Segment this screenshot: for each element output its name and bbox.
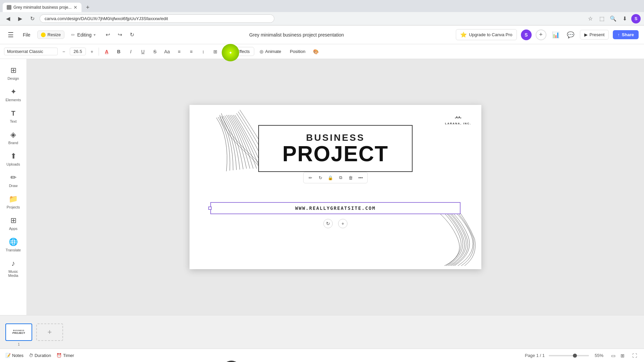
text-color-button[interactable]: A (102, 47, 112, 57)
slide-panel: BUSINESS PROJECT 1 + (0, 315, 644, 349)
slide-rotate-button[interactable]: ↻ (316, 174, 324, 182)
slide-url-bar[interactable]: WWW.REALLYGREATSITE.COM (210, 202, 461, 214)
canvas-area: ꕀ LARANA, INC. BUSINESS PROJECT ✏ ↻ 🔒 ⧉ … (27, 59, 644, 315)
sidebar-item-projects[interactable]: 📁 Projects (2, 192, 25, 212)
browser-addressbar: ◀ ▶ ↻ canva.com/design/DAGUXr7jhM0/qfwxo… (0, 12, 644, 25)
refresh-changes-button[interactable]: ↻ (126, 29, 137, 40)
design-label: Design (7, 76, 19, 80)
zoom-slider[interactable] (549, 355, 589, 356)
slide-lock-button[interactable]: 🔒 (326, 174, 334, 182)
format-toolbar: Montserrat Classic − 26.5 + A B I U S Aa… (0, 44, 644, 59)
zoom-in-button[interactable]: 🔍 (608, 14, 618, 23)
editing-chevron: ▾ (94, 33, 96, 37)
fullscreen-button[interactable]: ⛶ (631, 352, 639, 360)
more-options-button[interactable]: 🎨 (311, 47, 321, 57)
download-button[interactable]: ⬇ (620, 14, 629, 23)
document-title: Grey minimalist business project present… (141, 32, 452, 38)
slide-thumbnail-1[interactable]: BUSINESS PROJECT (5, 323, 32, 341)
refresh-button[interactable]: ↻ (28, 14, 37, 23)
comments-button[interactable]: 💬 (565, 29, 576, 40)
italic-button[interactable]: I (126, 47, 136, 57)
editing-label: Editing (77, 32, 92, 38)
slide-more-button[interactable]: ••• (357, 174, 365, 182)
font-family-selector[interactable]: Montserrat Classic (4, 48, 58, 55)
upgrade-button[interactable]: ⭐ Upgrade to Canva Pro (456, 29, 517, 40)
strikethrough-button[interactable]: S (150, 47, 160, 57)
notes-button[interactable]: 📝 Notes (5, 353, 23, 358)
underline-button[interactable]: U (138, 47, 148, 57)
animate-button[interactable]: ◎ Animate (256, 47, 285, 56)
canvas-slide[interactable]: ꕀ LARANA, INC. BUSINESS PROJECT ✏ ↻ 🔒 ⧉ … (190, 105, 481, 269)
sidebar-item-translate[interactable]: 🌐 Translate (2, 235, 25, 255)
app-container: ☰ File Resize ✏ Editing ▾ ↩ ↪ ↻ Grey min… (0, 25, 644, 362)
undo-button[interactable]: ↩ (102, 29, 113, 40)
page-indicator: Page 1 / 1 (525, 353, 545, 358)
slide-rotate-ctrl[interactable]: ↻ (323, 219, 333, 228)
hamburger-menu-button[interactable]: ☰ (5, 29, 16, 40)
bullets-button[interactable]: ≡ (186, 47, 196, 57)
slide-thumb-inner: BUSINESS PROJECT (12, 329, 25, 335)
redo-button[interactable]: ↪ (114, 29, 125, 40)
share-button[interactable]: ↑ Share (613, 30, 639, 39)
new-tab-button[interactable]: + (83, 3, 92, 12)
slide-add-ctrl[interactable]: + (338, 219, 347, 228)
browser-profile-button[interactable]: S (631, 14, 641, 23)
sidebar-item-uploads[interactable]: ⬆ Uploads (2, 149, 25, 169)
position-button[interactable]: Position (286, 47, 309, 56)
slide-url-text[interactable]: WWW.REALLYGREATSITE.COM (210, 202, 461, 214)
font-size-decrease-button[interactable]: − (60, 48, 68, 56)
grid-button[interactable]: ⊞ (210, 47, 220, 57)
present-button[interactable]: ▶ Present (580, 30, 609, 40)
slide-delete-button[interactable]: 🗑 (346, 174, 355, 182)
slide-main-text-box[interactable]: BUSINESS PROJECT ✏ ↻ 🔒 ⧉ 🗑 ••• (258, 125, 413, 172)
back-button[interactable]: ◀ (3, 14, 13, 23)
timer-button[interactable]: ⏰ Timer (56, 353, 74, 358)
user-avatar[interactable]: S (521, 29, 532, 40)
single-view-button[interactable]: ▭ (609, 352, 617, 360)
font-size-input[interactable]: 26.5 (70, 48, 86, 55)
slide-copy-button[interactable]: ⧉ (336, 174, 344, 182)
editing-icon: ✏ (71, 32, 75, 38)
grid-view-button[interactable]: ⊞ (619, 352, 627, 360)
active-tab[interactable]: Grey minimalist business proje... ✕ (3, 3, 82, 12)
duration-button[interactable]: ⏱ Duration (29, 353, 51, 358)
browser-titlebar: Grey minimalist business proje... ✕ + (0, 0, 644, 12)
extensions-button[interactable]: ⬚ (597, 14, 606, 23)
forward-button[interactable]: ▶ (15, 14, 25, 23)
bold-button[interactable]: B (114, 47, 124, 57)
uploads-label: Uploads (6, 162, 20, 166)
aa-button[interactable]: Aa (162, 47, 172, 57)
music-media-label: Music Media (4, 269, 23, 278)
slide-url-resize-handle[interactable] (208, 206, 212, 210)
resize-button[interactable]: Resize (37, 31, 65, 39)
align-button[interactable]: ≡ (174, 47, 184, 57)
address-bar[interactable]: canva.com/design/DAGUXr7jhM0/qfwxol6fjpU… (40, 14, 274, 23)
sidebar-item-text[interactable]: T Text (2, 106, 25, 126)
editing-dropdown[interactable]: ✏ Editing ▾ (68, 31, 98, 39)
sidebar-item-brand[interactable]: ◈ Brand (2, 127, 25, 147)
sidebar-item-elements[interactable]: ✦ Elements (2, 84, 25, 105)
sidebar-item-apps[interactable]: ⊞ Apps (2, 213, 25, 233)
sidebar-item-music-media[interactable]: ♪ Music Media (2, 256, 25, 280)
slide-project-text: PROJECT (269, 143, 402, 165)
bookmark-button[interactable]: ☆ (586, 14, 595, 23)
sidebar-item-design[interactable]: ⊞ Design (2, 63, 25, 83)
effects-button[interactable]: ✦ Effects (226, 47, 254, 56)
zoom-thumb[interactable] (573, 354, 577, 358)
add-collaborator-button[interactable]: + (536, 29, 546, 40)
add-slide-button[interactable]: + (36, 323, 63, 341)
upgrade-star-icon: ⭐ (460, 32, 467, 38)
analytics-button[interactable]: 📊 (550, 29, 561, 40)
notes-label: Notes (12, 353, 23, 358)
share-icon: ↑ (618, 32, 620, 37)
file-menu-button[interactable]: File (20, 31, 33, 39)
browser-actions: ☆ ⬚ 🔍 ⬇ S (586, 14, 641, 23)
apps-label: Apps (9, 227, 17, 231)
sidebar-item-draw[interactable]: ✏ Draw (2, 170, 25, 190)
slide-edit-button[interactable]: ✏ (306, 174, 314, 182)
slide-text-toolbar: ✏ ↻ 🔒 ⧉ 🗑 ••• (303, 172, 368, 183)
tab-close-button[interactable]: ✕ (73, 5, 77, 10)
font-size-increase-button[interactable]: + (88, 48, 96, 56)
line-spacing-button[interactable]: ↕ (198, 47, 208, 57)
status-bar: 📝 Notes ⏱ Duration ⏰ Timer Page 1 / 1 55… (0, 349, 644, 362)
